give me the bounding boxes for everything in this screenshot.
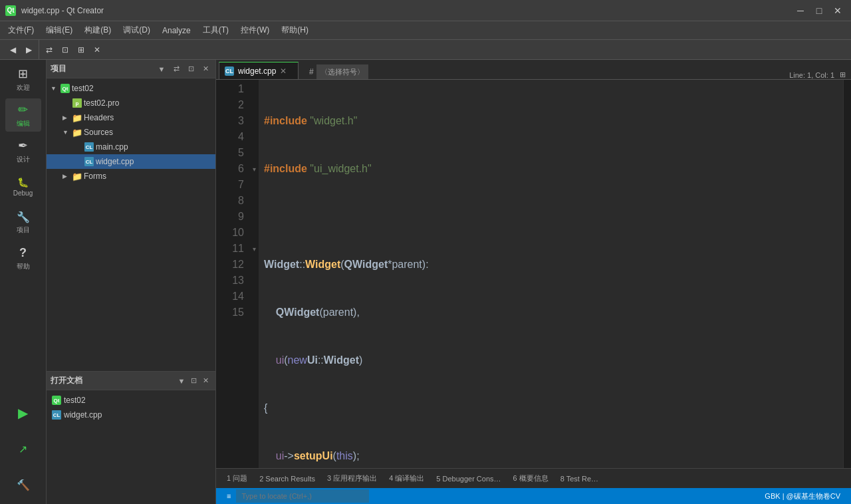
title-bar: Qt widget.cpp - Qt Creator ─ □ ✕ [0,0,851,21]
left-sidebar: ⊞ 欢迎 ✏ 编辑 ✒ 设计 🐛 Debug 🔧 项目 ? 帮助 [0,60,47,504]
tb-back-button[interactable]: ◀ [5,43,20,57]
status-item-toggle[interactable]: ≡ [221,488,236,504]
build-button[interactable]: 🔨 [5,468,41,501]
doc-item-test02[interactable]: Qt test02 [47,393,215,408]
sidebar-label-design: 设计 [17,155,30,164]
tree-item-pro[interactable]: p test02.pro [47,96,215,110]
menu-item-工具T[interactable]: 工具(T) [197,22,234,39]
open-docs-filter[interactable]: ▼ [176,375,187,387]
sidebar-btn-design[interactable]: ✒ 设计 [5,134,41,168]
tree-arrow-test02[interactable]: ▼ [51,85,59,92]
sidebar-btn-edit[interactable]: ✏ 编辑 [5,98,41,132]
menu-item-构建B[interactable]: 构建(B) [79,22,116,39]
status-bar: ≡ GBK | @碳基生物卷CV [216,488,851,504]
sidebar-label-edit: 编辑 [17,119,30,128]
close-button[interactable]: ✕ [830,3,846,19]
tb-sync-button[interactable]: ⇄ [42,43,57,57]
sidebar-btn-project[interactable]: 🔧 项目 [5,206,41,239]
tree-item-forms[interactable]: ▶ 📁 Forms [47,169,215,184]
tree-label-headers: Headers [84,113,114,122]
bottom-tab-4-编译输出[interactable]: 4 编译输出 [384,471,429,486]
menu-item-控件W[interactable]: 控件(W) [235,22,275,39]
menu-item-帮助H[interactable]: 帮助(H) [276,22,314,39]
open-docs-split[interactable]: ⊡ [187,375,199,387]
open-docs-close[interactable]: ✕ [199,375,211,387]
project-panel: 项目 ▼ ⇄ ⊡ ✕ ▼ Qt test02 p test02.pro [47,60,216,504]
code-line-2: #include "ui_widget.h" [259,161,843,177]
minimize-button[interactable]: ─ [792,3,808,19]
line-num-6: 6 [221,161,244,177]
toolbar: ◀ ▶ ⇄ ⊡ ⊞ ✕ [0,40,851,60]
doc-item-widget[interactable]: CL widget.cpp [47,408,215,422]
symbol-selector[interactable]: 〈选择符号〉 [316,64,368,79]
tree-arrow-sources[interactable]: ▼ [62,129,70,136]
menu-item-编辑E[interactable]: 编辑(E) [41,22,78,39]
fold-6[interactable]: ▾ [249,161,259,177]
line-num-13: 13 [221,273,244,289]
sidebar-label-debug: Debug [13,189,33,197]
main-cpp-icon: CL [84,142,94,152]
run-button[interactable]: ▶ [5,396,41,430]
headers-folder-icon: 📁 [72,113,82,122]
line-num-3: 3 [221,113,244,129]
line-col-display: Line: 1, Col: 1 [789,71,834,79]
bottom-tab-3-应用程序输出[interactable]: 3 应用程序输出 [322,471,382,486]
panel-tool-close[interactable]: ✕ [199,63,211,75]
toolbar-nav: ◀ ▶ [3,40,39,59]
tree-label-main-cpp: main.cpp [96,142,128,152]
code-line-3 [259,209,843,225]
bottom-tab-6-概要信息[interactable]: 6 概要信息 [508,471,554,486]
code-content[interactable]: #include "widget.h" #include "ui_widget.… [259,80,843,468]
sidebar-btn-welcome[interactable]: ⊞ 欢迎 [5,63,41,96]
expand-editor-btn[interactable]: ⊞ [840,70,846,79]
tree-arrow-forms[interactable]: ▶ [62,173,70,180]
project-node-icon: Qt [61,84,70,93]
doc-icon-widget: CL [52,410,61,420]
fold-column: ▾ ▾ [249,80,259,468]
menu-item-文件F[interactable]: 文件(F) [3,22,39,39]
tree-item-test02[interactable]: ▼ Qt test02 [47,81,215,96]
tb-split-button[interactable]: ⊡ [58,43,72,57]
line-num-1: 1 [221,81,244,97]
fold-13 [249,273,259,289]
tree-item-main-cpp[interactable]: CL main.cpp [47,140,215,154]
tree-label-pro: test02.pro [84,98,119,108]
project-panel-title: 项目 [51,63,153,74]
menu-item-Analyze[interactable]: Analyze [157,23,196,38]
bottom-tab-8-Test-Re…[interactable]: 8 Test Re… [555,472,604,485]
menu-item-调试D[interactable]: 调试(D) [118,22,156,39]
tab-close-widget[interactable]: ✕ [280,66,287,76]
bottom-tab-5-Debugger-Cons…[interactable]: 5 Debugger Cons… [431,472,506,485]
sidebar-btn-debug[interactable]: 🐛 Debug [5,170,41,203]
tree-item-sources[interactable]: ▼ 📁 Sources [47,125,215,140]
code-line-4: Widget::Widget(QWidget *parent) : [259,257,843,273]
panel-tool-split[interactable]: ⊡ [185,63,197,75]
fold-11[interactable]: ▾ [249,241,259,257]
tree-item-widget-cpp[interactable]: CL widget.cpp [47,154,215,169]
fold-8 [249,193,259,209]
toolbar-tools: ⇄ ⊡ ⊞ ✕ [39,40,107,59]
bottom-tab-1-问题[interactable]: 1 问题 [221,471,253,486]
maximize-button[interactable]: □ [811,3,827,19]
tree-arrow-headers[interactable]: ▶ [62,114,70,121]
line-num-12: 12 [221,257,244,273]
locate-input[interactable] [236,489,369,503]
open-docs-title: 打开文档 [51,375,176,386]
fold-15 [249,305,259,320]
sidebar-btn-help[interactable]: ? 帮助 [5,242,41,275]
run-debug-button[interactable]: ↗ [5,432,41,465]
fold-9 [249,209,259,225]
tb-close-button[interactable]: ✕ [90,43,104,57]
fold-14 [249,289,259,305]
tree-item-headers[interactable]: ▶ 📁 Headers [47,110,215,125]
doc-icon-test02: Qt [52,396,61,405]
editor-scrollbar[interactable] [843,80,851,468]
tab-icon-widget: CL [225,66,234,76]
panel-tool-filter[interactable]: ▼ [156,63,168,75]
panel-tool-sync[interactable]: ⇄ [170,63,182,75]
doc-label-widget: widget.cpp [64,410,102,420]
editor-tab-widget-cpp[interactable]: CL widget.cpp ✕ [219,62,299,79]
tb-grid-button[interactable]: ⊞ [74,43,88,57]
tb-forward-button[interactable]: ▶ [21,43,36,57]
bottom-tab-2-Search-Results[interactable]: 2 Search Results [254,472,320,485]
